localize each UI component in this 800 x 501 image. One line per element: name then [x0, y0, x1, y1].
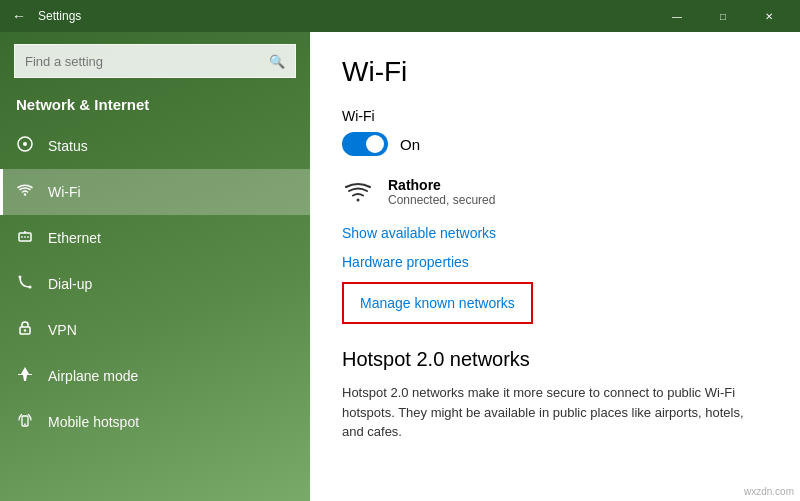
- network-status: Connected, secured: [388, 193, 495, 207]
- search-icon: 🔍: [269, 54, 285, 69]
- hotspot-desc: Hotspot 2.0 networks make it more secure…: [342, 383, 768, 442]
- search-box[interactable]: 🔍: [14, 44, 296, 78]
- wifi-section-label: Wi-Fi: [342, 108, 768, 124]
- airplane-icon: [16, 365, 34, 387]
- show-networks-link[interactable]: Show available networks: [342, 225, 496, 241]
- manage-networks-box[interactable]: Manage known networks: [342, 282, 533, 324]
- content-area: Wi-Fi Wi-Fi On Rathore Connected, secure: [310, 32, 800, 501]
- close-button[interactable]: ✕: [746, 0, 792, 32]
- sidebar-item-label-ethernet: Ethernet: [48, 230, 101, 246]
- network-info: Rathore Connected, secured: [388, 177, 495, 207]
- main-container: 🔍 Network & Internet Status: [0, 32, 800, 501]
- sidebar-item-ethernet[interactable]: Ethernet: [0, 215, 310, 261]
- sidebar-item-status[interactable]: Status: [0, 123, 310, 169]
- sidebar-item-wifi[interactable]: Wi-Fi: [0, 169, 310, 215]
- wifi-toggle-label: On: [400, 136, 420, 153]
- svg-point-1: [23, 142, 27, 146]
- toggle-thumb: [366, 135, 384, 153]
- status-icon: [16, 135, 34, 157]
- sidebar-item-label-dialup: Dial-up: [48, 276, 92, 292]
- connected-network: Rathore Connected, secured: [342, 176, 768, 208]
- sidebar-section-title: Network & Internet: [0, 90, 310, 123]
- page-title: Wi-Fi: [342, 56, 768, 88]
- svg-point-7: [19, 276, 22, 279]
- sidebar-item-label-wifi: Wi-Fi: [48, 184, 81, 200]
- title-bar: ← Settings — □ ✕: [0, 0, 800, 32]
- network-name: Rathore: [388, 177, 495, 193]
- wifi-nav-icon: [16, 181, 34, 203]
- sidebar-item-label-mobile: Mobile hotspot: [48, 414, 139, 430]
- ethernet-icon: [16, 227, 34, 249]
- back-button[interactable]: ←: [8, 4, 30, 28]
- manage-networks-link[interactable]: Manage known networks: [360, 295, 515, 311]
- title-bar-controls: — □ ✕: [654, 0, 792, 32]
- sidebar-item-vpn[interactable]: VPN: [0, 307, 310, 353]
- wifi-connected-icon: [342, 176, 374, 208]
- hotspot-title: Hotspot 2.0 networks: [342, 348, 768, 371]
- hardware-properties-link[interactable]: Hardware properties: [342, 254, 469, 270]
- maximize-button[interactable]: □: [700, 0, 746, 32]
- title-bar-left: ← Settings: [8, 4, 81, 28]
- vpn-icon: [16, 319, 34, 341]
- svg-point-8: [29, 286, 32, 289]
- mobile-hotspot-icon: [16, 411, 34, 433]
- wifi-toggle-row: On: [342, 132, 768, 156]
- title-bar-title: Settings: [38, 9, 81, 23]
- minimize-button[interactable]: —: [654, 0, 700, 32]
- sidebar-item-airplane[interactable]: Airplane mode: [0, 353, 310, 399]
- sidebar-item-label-airplane: Airplane mode: [48, 368, 138, 384]
- search-input[interactable]: [25, 54, 261, 69]
- wifi-toggle[interactable]: [342, 132, 388, 156]
- svg-point-10: [24, 329, 26, 331]
- sidebar-item-dialup[interactable]: Dial-up: [0, 261, 310, 307]
- sidebar-nav: Status Wi-Fi: [0, 123, 310, 445]
- dialup-icon: [16, 273, 34, 295]
- sidebar-item-mobile[interactable]: Mobile hotspot: [0, 399, 310, 445]
- sidebar-item-label-status: Status: [48, 138, 88, 154]
- sidebar-item-label-vpn: VPN: [48, 322, 77, 338]
- sidebar: 🔍 Network & Internet Status: [0, 32, 310, 501]
